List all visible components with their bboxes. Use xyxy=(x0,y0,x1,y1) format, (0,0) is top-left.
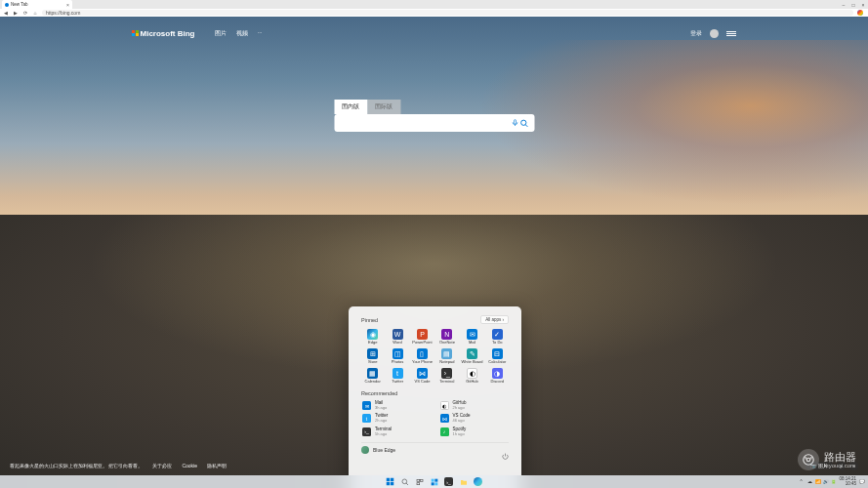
volume-icon[interactable]: 🔊 xyxy=(823,479,828,484)
tab-favicon xyxy=(5,3,9,7)
browser-tab[interactable]: New Tab × xyxy=(2,0,72,9)
svg-rect-13 xyxy=(434,478,437,481)
app-icon: W xyxy=(393,329,403,340)
rec-terminal[interactable]: ›_Terminal5h ago xyxy=(361,427,432,437)
onedrive-icon[interactable]: ☁ xyxy=(807,479,812,484)
rec-twitter[interactable]: tTwitter2h ago xyxy=(361,413,432,424)
rec-mail[interactable]: ✉Mail3h ago xyxy=(361,400,432,411)
app-terminal[interactable]: ›_Terminal xyxy=(435,367,458,385)
rec-vs-code[interactable]: ⋈VS Code46 ago xyxy=(439,413,510,424)
power-icon[interactable] xyxy=(502,446,509,453)
app-label: OneNote xyxy=(439,341,455,345)
app-notepad[interactable]: ▤Notepad xyxy=(435,347,458,365)
rec-github[interactable]: ◐GitHub2h ago xyxy=(439,400,510,411)
search-input[interactable] xyxy=(339,120,510,127)
app-mail[interactable]: ✉Mail xyxy=(461,328,484,346)
svg-point-1 xyxy=(521,120,526,125)
taskbar-explorer-icon[interactable] xyxy=(459,477,468,486)
app-onenote[interactable]: NOneNote xyxy=(435,328,458,346)
app-icon: ⊟ xyxy=(492,348,503,359)
app-icon: ◐ xyxy=(467,368,477,379)
window-close-button[interactable]: × xyxy=(858,0,868,9)
tray-chevron-icon[interactable]: ^ xyxy=(800,479,805,484)
app-white-board[interactable]: ✎White Board xyxy=(461,347,484,365)
pinned-heading: Pinned xyxy=(361,317,378,323)
wifi-icon[interactable]: 📶 xyxy=(815,479,820,484)
tab-domestic[interactable]: 国内版 xyxy=(334,100,367,114)
hamburger-menu-icon[interactable] xyxy=(726,28,736,38)
taskbar-terminal-icon[interactable]: ›_ xyxy=(444,477,453,486)
battery-icon[interactable]: 🔋 xyxy=(831,479,836,484)
mic-icon[interactable] xyxy=(510,118,519,128)
app-github[interactable]: ◐GitHub xyxy=(461,367,484,385)
rec-icon: ⋈ xyxy=(440,414,449,423)
svg-rect-11 xyxy=(417,482,420,484)
image-info-text[interactable]: 看起来像火星的火山口实际上在加利福尼亚。 把它引向看看。 xyxy=(10,463,143,468)
svg-rect-7 xyxy=(391,482,393,485)
voice-search-icon[interactable] xyxy=(857,10,863,16)
svg-rect-6 xyxy=(387,482,390,485)
app-label: PowerPoint xyxy=(412,341,432,345)
app-calculator[interactable]: ⊟Calculator xyxy=(486,347,509,365)
app-label: Your Phone xyxy=(412,360,433,364)
app-powerpoint[interactable]: PPowerPoint xyxy=(411,328,434,346)
taskbar-search-icon[interactable] xyxy=(400,477,409,486)
rec-spotify[interactable]: ♪Spotify1h ago xyxy=(439,427,510,437)
app-your-phone[interactable]: ▯Your Phone xyxy=(411,347,434,365)
footer-link-cookie[interactable]: Cookie xyxy=(182,463,197,468)
app-calendar[interactable]: ▦Calendar xyxy=(361,367,384,385)
app-edge[interactable]: ◉Edge xyxy=(361,328,384,346)
footer-link-about[interactable]: 关于必应 xyxy=(152,463,172,468)
rec-sub: 5h ago xyxy=(375,432,392,436)
rec-sub: 46 ago xyxy=(453,419,471,423)
back-button[interactable]: ◀ xyxy=(3,10,9,16)
taskbar-edge-icon[interactable] xyxy=(474,477,482,486)
nav-video[interactable]: 视频 xyxy=(236,29,248,38)
nav-images[interactable]: 图片 xyxy=(215,29,227,38)
window-maximize-button[interactable]: □ xyxy=(848,0,858,9)
svg-point-3 xyxy=(806,458,810,462)
app-icon: ⊞ xyxy=(367,348,378,359)
taskbar-clock[interactable]: 08:14:21 10:45 xyxy=(839,477,856,486)
user-name[interactable]: Blue Edge xyxy=(373,447,395,453)
app-word[interactable]: WWord xyxy=(386,328,408,346)
notifications-icon[interactable]: 💬 xyxy=(859,479,864,484)
app-icon: ✓ xyxy=(492,329,503,340)
all-apps-button[interactable]: All apps › xyxy=(480,315,509,324)
nav-more[interactable]: ··· xyxy=(258,29,263,38)
user-avatar-start[interactable] xyxy=(361,446,369,454)
user-avatar-icon[interactable] xyxy=(710,29,719,38)
bing-logo[interactable]: Microsoft Bing xyxy=(132,29,195,38)
browser-titlebar: New Tab × – □ × xyxy=(0,0,868,9)
search-icon[interactable] xyxy=(519,118,529,128)
window-minimize-button[interactable]: – xyxy=(839,0,848,9)
app-twitter[interactable]: tTwitter xyxy=(386,367,408,385)
app-to-do[interactable]: ✓To Do xyxy=(486,328,509,346)
app-label: Calendar xyxy=(365,380,381,384)
app-icon: ▦ xyxy=(367,368,378,379)
svg-point-8 xyxy=(402,479,407,484)
reload-button[interactable]: ⟳ xyxy=(22,10,28,16)
watermark-url: luyouqi.com xyxy=(824,463,856,468)
rec-sub: 2h ago xyxy=(453,406,467,410)
rec-icon: ◐ xyxy=(440,401,449,410)
browser-toolbar: ◀ ▶ ⟳ ⌂ https://bing.com xyxy=(0,9,868,17)
tab-title: New Tab xyxy=(11,2,27,7)
start-button[interactable] xyxy=(386,477,394,486)
close-tab-icon[interactable]: × xyxy=(66,2,69,8)
forward-button[interactable]: ▶ xyxy=(13,10,19,16)
footer-link-privacy[interactable]: 隐私声明 xyxy=(207,463,227,468)
taskbar: ›_ ^ ☁ 📶 🔊 🔋 08:14:21 10:45 💬 xyxy=(0,475,868,488)
widgets-icon[interactable] xyxy=(430,477,438,486)
app-vs-code[interactable]: ⋈VS Code xyxy=(411,367,434,385)
login-link[interactable]: 登录 xyxy=(690,29,702,38)
address-bar[interactable]: https://bing.com xyxy=(42,10,853,16)
app-store[interactable]: ⊞Store xyxy=(361,347,384,365)
search-box[interactable] xyxy=(334,114,534,132)
recommended-heading: Recommended xyxy=(361,390,397,396)
tab-international[interactable]: 国际版 xyxy=(367,100,400,114)
home-button[interactable]: ⌂ xyxy=(32,10,38,16)
task-view-icon[interactable] xyxy=(415,477,424,486)
app-photos[interactable]: ◫Photos xyxy=(386,347,408,365)
app-discord[interactable]: ◑Discord xyxy=(486,367,509,385)
